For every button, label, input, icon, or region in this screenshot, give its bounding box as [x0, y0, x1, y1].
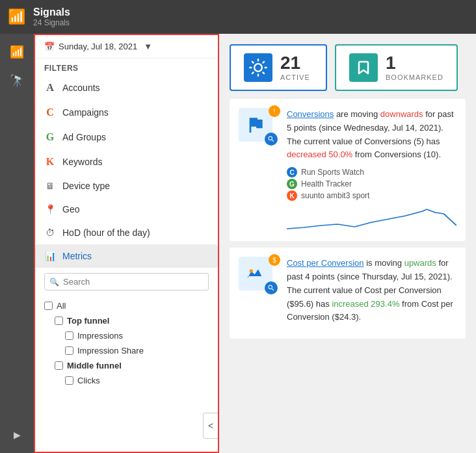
middle-funnel-label: Middle funnel: [67, 361, 122, 370]
sidebar-telescope[interactable]: 🔭: [5, 69, 29, 92]
signal-tag-g: G Health Tracker: [287, 179, 456, 189]
date-picker[interactable]: 📅 Sunday, Jul 18, 2021 ▼: [44, 42, 209, 51]
signal-content-2: Cost per Conversion is moving upwards fo…: [287, 257, 456, 330]
signal-tag-k: K suunto ambit3 sport: [287, 190, 456, 201]
active-stat-card: 21 Active: [230, 44, 327, 91]
tag-k-text: suunto ambit3 sport: [301, 191, 369, 200]
active-stat-info: 21 Active: [280, 54, 310, 81]
sidebar-expand[interactable]: ▶: [5, 423, 29, 447]
filter-list: A Accounts C Campaigns G Ad Groups K Key…: [35, 75, 218, 452]
devicetype-label: Device type: [62, 181, 110, 191]
checkbox-all[interactable]: All: [44, 298, 209, 313]
signal-text-2: Cost per Conversion is moving upwards fo…: [287, 257, 456, 324]
filter-item-campaigns[interactable]: C Campaigns: [35, 100, 218, 125]
signals-icon: 📶: [8, 8, 25, 25]
adgroups-label: Ad Groups: [62, 132, 106, 142]
filters-label: Filters: [35, 58, 218, 75]
checkbox-middle-funnel-input[interactable]: [55, 361, 63, 370]
active-stat-icon: [244, 53, 272, 82]
signal-icon-area-2: $: [239, 257, 278, 296]
accounts-label: Accounts: [62, 83, 100, 93]
top-funnel-label: Top funnel: [67, 316, 109, 326]
checkbox-impression-share-input[interactable]: [65, 346, 73, 355]
filter-item-keywords[interactable]: K Keywords: [35, 149, 218, 174]
filter-item-adgroups[interactable]: G Ad Groups: [35, 125, 218, 149]
checkbox-impressions-input[interactable]: [65, 331, 73, 340]
checkbox-all-label: All: [57, 301, 66, 311]
signal-direction-2: upwards: [404, 258, 436, 268]
adgroups-icon: G: [44, 131, 56, 143]
signal-card-cost-conversion: $ Cost per Conversion is moving upwards: [230, 248, 466, 339]
bookmarked-stat-card: 1 Bookmarked: [335, 44, 458, 91]
devicetype-icon: 🖥: [44, 181, 56, 191]
checkbox-impressions[interactable]: Impressions: [65, 328, 209, 343]
app-title: Signals: [33, 6, 70, 18]
geo-label: Geo: [62, 204, 79, 214]
campaigns-label: Campaigns: [62, 107, 109, 118]
active-label: Active: [280, 73, 310, 81]
sidebar-signals[interactable]: 📶: [5, 40, 29, 64]
signal-badge-2: $: [269, 254, 280, 266]
tag-c-icon: C: [287, 167, 297, 177]
tag-g-icon: G: [287, 179, 297, 189]
svg-point-9: [250, 270, 253, 273]
signals-list: ! Conversions are moving downwards: [219, 99, 476, 453]
signal-prefix-2: is moving: [366, 258, 404, 268]
checkbox-all-input[interactable]: [44, 302, 53, 310]
bookmarked-stat-info: 1 Bookmarked: [386, 54, 443, 81]
dropdown-arrow-icon: ▼: [144, 42, 152, 51]
svg-point-0: [254, 64, 262, 71]
keywords-label: Keywords: [62, 157, 102, 167]
selected-date: Sunday, Jul 18, 2021: [59, 42, 137, 51]
signal-metric-link-1[interactable]: Conversions: [287, 109, 334, 119]
filter-item-hod[interactable]: ⏱ HoD (hour of the day): [35, 221, 218, 244]
svg-line-7: [252, 72, 254, 73]
bookmarked-count: 1: [386, 54, 443, 72]
checkbox-group-top-funnel: Top funnel Impressions Impression Share: [55, 313, 209, 358]
impression-share-label: Impression Share: [77, 346, 144, 356]
top-funnel-group[interactable]: Top funnel: [55, 313, 209, 328]
signal-change-1: decreased 50.0%: [287, 149, 352, 159]
keywords-icon: K: [44, 156, 56, 168]
icon-sidebar: 📶 🔭 ▶: [0, 34, 34, 453]
checkbox-top-funnel-input[interactable]: [55, 317, 63, 325]
signal-change-2: increased 293.4%: [332, 299, 399, 309]
tag-g-text: Health Tracker: [301, 179, 352, 188]
svg-line-8: [263, 62, 264, 63]
calendar-icon: 📅: [44, 42, 55, 51]
collapse-sidebar-button[interactable]: <: [203, 413, 218, 439]
accounts-icon: A: [44, 82, 56, 94]
metrics-label: Metrics: [62, 251, 92, 261]
metrics-icon: 📊: [44, 251, 56, 261]
tag-c-text: Run Sports Watch: [301, 168, 364, 177]
checkbox-impression-share[interactable]: Impression Share: [65, 343, 209, 358]
filter-sidebar: 📅 Sunday, Jul 18, 2021 ▼ Filters A Accou…: [34, 34, 219, 453]
signal-search-badge-1: [265, 133, 278, 146]
middle-funnel-group[interactable]: Middle funnel: [55, 358, 209, 373]
signal-badge-1: !: [269, 105, 280, 117]
metrics-checkboxes: All Top funnel Impressions: [35, 296, 218, 391]
tag-k-icon: K: [287, 190, 297, 201]
filter-item-metrics[interactable]: 📊 Metrics: [35, 244, 218, 268]
svg-line-3: [252, 62, 254, 63]
geo-icon: 📍: [44, 204, 56, 214]
stats-row: 21 Active 1 Bookmarked: [219, 34, 476, 99]
signal-search-badge-2: [265, 281, 278, 294]
checkbox-clicks-input[interactable]: [65, 376, 73, 385]
filter-item-geo[interactable]: 📍 Geo: [35, 198, 218, 221]
signal-metric-link-2[interactable]: Cost per Conversion: [287, 258, 364, 268]
filter-date-header: 📅 Sunday, Jul 18, 2021 ▼: [35, 35, 218, 58]
checkbox-group-middle-funnel: Middle funnel Clicks: [55, 358, 209, 388]
signal-suffix-1: from Conversions (10).: [355, 149, 441, 159]
hod-icon: ⏱: [44, 227, 56, 238]
clicks-label: Clicks: [77, 376, 100, 385]
signal-prefix-1: are moving: [336, 109, 380, 119]
metrics-search-input[interactable]: [44, 273, 209, 291]
checkbox-clicks[interactable]: Clicks: [65, 373, 209, 388]
signal-direction-1: downwards: [380, 109, 423, 119]
campaigns-icon: C: [44, 107, 56, 118]
filter-item-devicetype[interactable]: 🖥 Device type: [35, 174, 218, 198]
bookmarked-stat-icon: [349, 53, 378, 82]
filter-item-accounts[interactable]: A Accounts: [35, 75, 218, 100]
signal-content-1: Conversions are moving downwards for pas…: [287, 108, 456, 232]
